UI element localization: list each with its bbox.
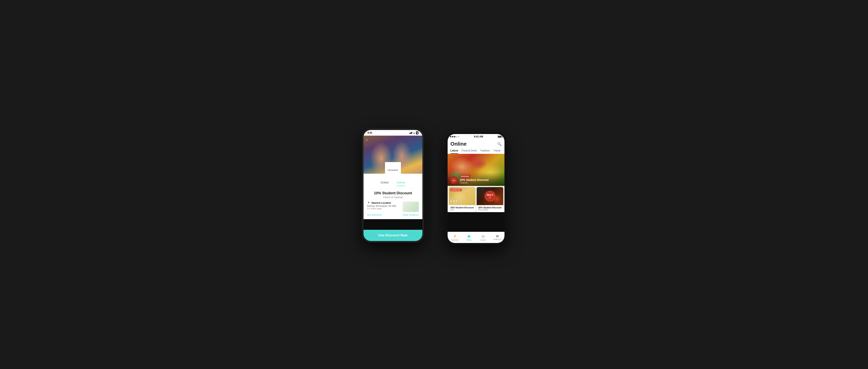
bottom-nav: ⚡ Featured ▣ Online ◎ Instore iD Student… <box>447 232 504 243</box>
topshop-logo-text: TOPSHOP <box>388 169 398 171</box>
reds-logo-text: RED'S <box>487 194 493 196</box>
svg-text:CHI: CHI <box>453 180 455 181</box>
hero-card-overlay: CHI Exclusive 10% student discount Chipo… <box>447 172 504 186</box>
eat-card-info: 20% Student Discount EAT. <box>449 205 475 212</box>
online-label: Online <box>466 239 472 241</box>
bar2 <box>410 133 410 134</box>
cat-tab-latest[interactable]: Latest <box>451 149 458 154</box>
wifi-icon: ▲ <box>413 132 415 134</box>
signal-bars <box>409 132 412 134</box>
nav-item-studentid[interactable]: iD Student iD <box>490 234 504 240</box>
category-tabs: Latest Food & Drink Fashion Travel <box>447 148 504 154</box>
dot3 <box>454 136 456 137</box>
bar3 <box>411 132 411 134</box>
use-discount-button[interactable]: Use Discount Now <box>364 230 423 241</box>
chipotle-logo: CHI <box>450 176 458 184</box>
instore-label: Instore <box>480 239 486 241</box>
nav-item-featured[interactable]: ⚡ Featured <box>447 234 462 241</box>
online-icon: ▣ <box>467 234 471 238</box>
battery-icon: ▮ <box>416 132 418 135</box>
dot5 <box>458 136 459 137</box>
pin-icon: 📍 <box>367 201 370 204</box>
location-block: 📍 Nearest Location Bullring, Birmingham,… <box>367 201 419 212</box>
phone-right: 9:41 AM Online 🔍 Latest Food & Drink Fas… <box>446 133 506 245</box>
eat-logo: EAT. <box>451 199 459 203</box>
bar1 <box>409 133 410 134</box>
bar4 <box>411 132 412 134</box>
location-address: Bullring, Birmingham, B5 4BG <box>367 205 401 207</box>
cat-tab-food[interactable]: Food & Drink <box>462 149 477 154</box>
eat-card[interactable]: Limited time EAT. 20% Student Discount E… <box>449 187 475 212</box>
time-right: 9:41 AM <box>474 135 483 138</box>
studentid-icon: iD <box>496 234 499 238</box>
reds-card-image: RED'S TRUEBBQ <box>477 187 503 205</box>
hero-card[interactable]: CHI Exclusive 10% student discount Chipo… <box>447 154 504 186</box>
location-distance: 0.5 miles away <box>367 207 401 210</box>
location-links: Get directions Other locations <box>367 214 419 216</box>
right-header: Online 🔍 <box>447 139 504 148</box>
nearest-label: 📍 Nearest Location <box>367 201 401 204</box>
instore-icon: ◎ <box>482 234 485 238</box>
left-body: 10% Student Discount Instore at Topshop … <box>364 188 423 219</box>
topshop-logo: TOPSHOP <box>385 162 401 174</box>
cards-row: Limited time EAT. 20% Student Discount E… <box>447 186 504 212</box>
reds-brand: Red's BBQ <box>478 209 502 211</box>
discount-subtitle: Instore at Topshop <box>367 196 419 199</box>
dot4 <box>456 136 458 137</box>
status-icons-left: ▲ ▮ <box>409 132 418 135</box>
exclusive-badge: Exclusive <box>460 175 470 178</box>
reds-logo-sub: TRUEBBQ <box>489 196 492 199</box>
status-bar-left: 9:41 ▲ ▮ <box>364 130 423 136</box>
dot1 <box>450 136 452 137</box>
carrier-dots <box>450 136 459 137</box>
reds-discount: 20% Student Discount <box>478 206 502 209</box>
featured-label: Featured <box>451 239 458 241</box>
cat-tab-fashion[interactable]: Fashion <box>480 149 490 154</box>
nav-item-online[interactable]: ▣ Online <box>462 234 476 241</box>
nav-item-instore[interactable]: ◎ Instore <box>476 234 490 241</box>
eat-discount: 20% Student Discount <box>451 206 474 209</box>
status-bar-right: 9:41 AM <box>447 134 504 139</box>
content-left: Online Instore 10% Student Discount Inst… <box>364 174 423 219</box>
tab-instore[interactable]: Instore <box>397 181 405 186</box>
search-icon[interactable]: 🔍 <box>497 142 502 146</box>
hero-image-left: ‹ TOPSHOP <box>364 136 423 174</box>
back-button[interactable]: ‹ <box>366 138 368 142</box>
location-info: 📍 Nearest Location Bullring, Birmingham,… <box>367 201 401 212</box>
discount-title: 10% Student Discount <box>367 191 419 195</box>
time-left: 9:41 <box>368 132 372 134</box>
studentid-label: Student iD <box>493 238 501 240</box>
tab-online[interactable]: Online <box>380 181 389 186</box>
hero-brand: Chipotle <box>460 181 502 184</box>
hero-discount-text: 10% student discount <box>460 178 502 181</box>
battery-right <box>498 136 502 138</box>
map-thumbnail[interactable] <box>403 201 419 212</box>
reds-card-info: 20% Student Discount Red's BBQ <box>477 205 503 212</box>
reds-card[interactable]: RED'S TRUEBBQ 20% Student Discount Red's… <box>477 187 503 212</box>
chipotle-info: Exclusive 10% student discount Chipotle <box>460 174 502 184</box>
cat-tab-travel[interactable]: Travel <box>493 149 500 154</box>
featured-icon: ⚡ <box>453 234 457 238</box>
other-locations-link[interactable]: Other locations <box>403 214 419 216</box>
eat-card-image: Limited time EAT. <box>449 187 475 205</box>
page-title: Online <box>451 140 467 148</box>
reds-logo: RED'S TRUEBBQ <box>485 191 495 201</box>
dot2 <box>452 136 454 137</box>
chipotle-logo-svg: CHI <box>451 177 457 183</box>
eat-brand: EAT. <box>451 209 474 211</box>
limited-badge: Limited time <box>451 189 462 191</box>
get-directions-link[interactable]: Get directions <box>367 214 382 216</box>
tabs-left: Online Instore <box>364 174 423 188</box>
phone-left: 9:41 ▲ ▮ ‹ TOPSHOP <box>362 129 424 243</box>
